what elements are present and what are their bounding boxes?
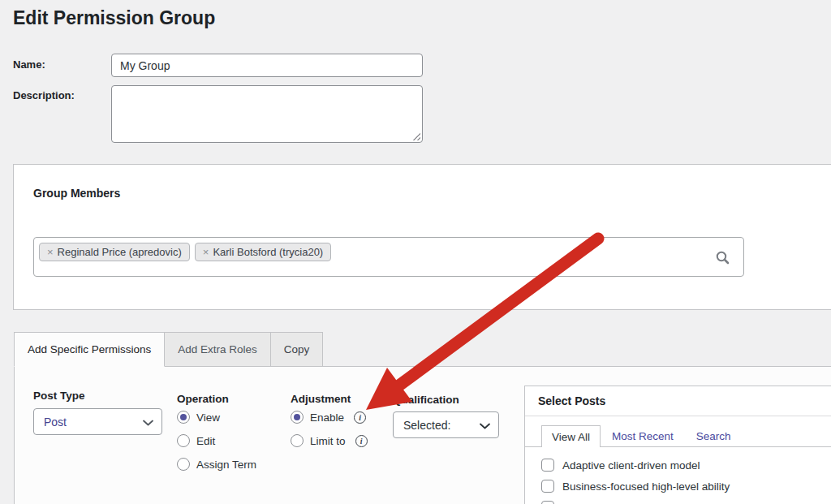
member-tag-label: Karli Botsford (trycia20)	[213, 246, 323, 258]
tab-search[interactable]: Search	[685, 425, 743, 446]
tab-add-extra-roles[interactable]: Add Extra Roles	[164, 332, 271, 367]
chevron-down-icon	[143, 416, 153, 429]
qualification-value: Selected:	[403, 419, 450, 432]
radio-adjustment-enable[interactable]: Enable i	[291, 411, 366, 424]
post-checkbox-row: Business-focused high-level ability	[541, 480, 730, 493]
post-item-label[interactable]: Business-focused high-level ability	[562, 480, 730, 493]
tab-copy[interactable]: Copy	[270, 332, 324, 367]
select-posts-tab-bar: View All Most Recent Search	[525, 425, 831, 447]
radio-icon[interactable]	[291, 411, 304, 424]
radio-operation-edit[interactable]: Edit	[177, 434, 215, 447]
name-input[interactable]: My Group	[111, 54, 423, 77]
post-checkbox-row: Centralized bi-directional approach	[541, 501, 732, 504]
tab-view-all[interactable]: View All	[541, 425, 601, 447]
select-posts-panel: Select Posts View All Most Recent Search…	[524, 386, 831, 504]
radio-icon[interactable]	[177, 434, 190, 447]
tab-add-specific-permissions[interactable]: Add Specific Permissions	[14, 332, 165, 367]
page-title: Edit Permission Group	[13, 7, 215, 29]
description-label: Description:	[13, 89, 75, 101]
radio-icon[interactable]	[177, 458, 190, 471]
radio-label[interactable]: View	[196, 411, 220, 424]
permissions-panel: Post Type Post Operation View Edit Assig…	[14, 366, 831, 504]
radio-operation-view[interactable]: View	[177, 411, 220, 424]
post-item-label[interactable]: Centralized bi-directional approach	[562, 502, 732, 504]
operation-label: Operation	[177, 393, 229, 405]
info-icon[interactable]: i	[354, 411, 366, 424]
radio-label[interactable]: Assign Term	[196, 459, 256, 471]
tab-most-recent[interactable]: Most Recent	[601, 425, 685, 446]
radio-label[interactable]: Enable	[310, 411, 344, 424]
radio-icon[interactable]	[291, 434, 304, 447]
group-members-input[interactable]: × Reginald Price (apredovic) × Karli Bot…	[33, 237, 744, 277]
post-type-value: Post	[44, 416, 67, 429]
checkbox-icon[interactable]	[541, 480, 554, 493]
group-members-panel: Group Members × Reginald Price (apredovi…	[13, 164, 831, 310]
radio-label[interactable]: Edit	[196, 435, 215, 447]
checkbox-icon[interactable]	[541, 501, 554, 504]
post-type-label: Post Type	[33, 390, 85, 402]
radio-adjustment-limit-to[interactable]: Limit to i	[291, 434, 368, 447]
post-item-label[interactable]: Adaptive client-driven model	[562, 459, 700, 472]
name-label: Name:	[13, 58, 45, 71]
tab-bar: Add Specific Permissions Add Extra Roles…	[14, 332, 323, 367]
member-tag: × Karli Botsford (trycia20)	[195, 243, 331, 261]
member-tag: × Reginald Price (apredovic)	[39, 243, 190, 261]
chevron-down-icon	[480, 419, 490, 432]
radio-icon[interactable]	[177, 411, 190, 424]
search-icon	[715, 250, 730, 265]
adjustment-label: Adjustment	[291, 393, 351, 405]
select-posts-heading: Select Posts	[525, 386, 831, 416]
info-icon[interactable]: i	[355, 435, 368, 447]
remove-member-icon[interactable]: ×	[47, 246, 54, 258]
description-textarea[interactable]	[111, 85, 423, 143]
radio-label[interactable]: Limit to	[310, 435, 346, 447]
resize-handle-icon[interactable]	[411, 131, 420, 140]
name-value: My Group	[120, 59, 170, 72]
group-members-heading: Group Members	[33, 187, 120, 200]
qualification-select[interactable]: Selected:	[393, 411, 499, 438]
qualification-label: Qualification	[393, 394, 459, 406]
member-tag-label: Reginald Price (apredovic)	[58, 246, 182, 258]
checkbox-icon[interactable]	[541, 459, 554, 472]
radio-operation-assign-term[interactable]: Assign Term	[177, 458, 256, 471]
post-checkbox-row: Adaptive client-driven model	[541, 459, 700, 472]
post-type-select[interactable]: Post	[33, 408, 162, 435]
remove-member-icon[interactable]: ×	[203, 246, 209, 258]
